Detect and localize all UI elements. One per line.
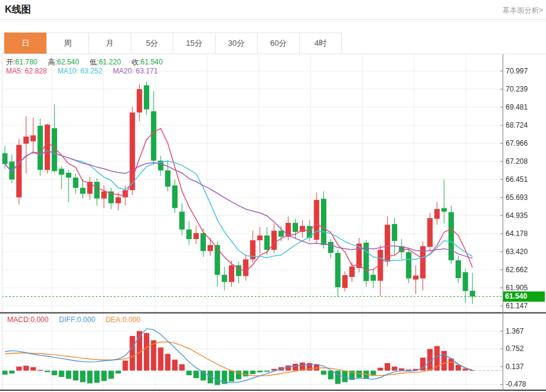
candle (427, 218, 433, 247)
macd-bar (52, 371, 57, 376)
macd-bar (9, 371, 14, 374)
candle (314, 200, 319, 240)
macd-bar (37, 370, 43, 370)
candle (2, 153, 8, 164)
y-axis-label: 65.693 (506, 193, 528, 202)
macd-bar (59, 371, 64, 378)
macd-bar (257, 371, 262, 373)
tab-week[interactable]: 周 (46, 33, 89, 54)
macd-bar (144, 333, 149, 370)
diff-item: DIFF:0.000 (59, 316, 95, 324)
macd-bar (129, 336, 135, 371)
macd-bar (229, 371, 234, 382)
candle (45, 125, 50, 170)
tabbar-bottom-border (0, 54, 546, 54)
ma20-value: 63.171 (135, 67, 158, 75)
y-axis-label: -0.478 (506, 380, 526, 388)
macd-histogram (2, 331, 476, 385)
y-axis-label: 69.481 (506, 103, 528, 111)
period-tab-bar: 日 周 月 5分 15分 30分 60分 4时 (5, 33, 342, 54)
ohlc-low: 低:61.220 (90, 58, 121, 66)
candle (392, 224, 397, 241)
macd-bar (80, 371, 85, 382)
macd-bar (328, 371, 333, 379)
fundamental-analysis-link[interactable]: 基本面分析> (503, 5, 543, 16)
tab-60min[interactable]: 60分 (257, 33, 300, 54)
tab-4hour[interactable]: 4时 (299, 33, 342, 54)
macd-bar (193, 371, 199, 378)
ma20-label: MA20: (113, 67, 135, 75)
ma5-legend: MA5: 62.828 (6, 67, 47, 75)
macd-bar (377, 368, 383, 371)
macd-legend: MACD:0.000 DIFF:0.000 DEA:0.000 (7, 316, 149, 324)
macd-bar (66, 371, 71, 379)
tab-day[interactable]: 日 (4, 33, 47, 54)
dea-value: 0.000 (122, 316, 140, 324)
y-axis-label: 0.137 (506, 362, 524, 371)
candle (151, 111, 157, 161)
ohlc-close: 收:61.540 (131, 58, 163, 66)
y-axis-label: 70.239 (506, 85, 528, 93)
macd-bar (87, 371, 93, 384)
candle (335, 253, 341, 287)
macd-value: 0.000 (31, 316, 49, 324)
y-axis-label: 64.935 (506, 211, 528, 220)
candle (470, 291, 475, 297)
page-title: K线图 (5, 4, 31, 16)
macd-bar (293, 364, 298, 371)
macd-bar (187, 371, 192, 376)
diff-label: DIFF: (59, 316, 77, 324)
candle (200, 233, 206, 251)
candle (321, 199, 326, 245)
macd-bar (215, 371, 220, 385)
high-value: 62.540 (57, 58, 79, 66)
macd-bar (172, 359, 178, 370)
macd-bar (45, 371, 50, 372)
high-label: 高: (48, 58, 57, 66)
open-label: 开: (6, 58, 15, 66)
macd-bar (335, 371, 341, 384)
y-axis-label: 63.420 (506, 247, 528, 256)
candle (80, 188, 85, 194)
macd-label: MACD: (7, 316, 31, 324)
candle (144, 86, 149, 110)
candle (59, 169, 64, 175)
candle (463, 272, 468, 291)
candle (279, 231, 284, 237)
y-axis-label: 67.966 (506, 139, 528, 148)
macd-bar (2, 371, 8, 375)
macd-bar (179, 364, 185, 371)
ma20-legend: MA20: 63.171 (113, 67, 158, 75)
macd-bar (250, 371, 255, 375)
candle (293, 223, 298, 232)
candles (2, 82, 476, 304)
candle (172, 185, 178, 208)
candle (73, 178, 78, 188)
dea-item: DEA:0.000 (105, 316, 140, 324)
tab-15min[interactable]: 15分 (173, 33, 216, 54)
candle (342, 275, 347, 288)
close-label: 收: (131, 58, 140, 66)
y-axis-label: 61.147 (506, 302, 528, 310)
candle (137, 89, 142, 113)
ma5-label: MA5: (6, 67, 25, 75)
candle (31, 135, 36, 142)
macd-bar (158, 347, 163, 370)
tab-5min[interactable]: 5分 (131, 33, 173, 54)
macd-bar (264, 371, 270, 372)
ohlc-high: 高:62.540 (48, 58, 79, 66)
candle (165, 170, 170, 187)
macd-bar (385, 363, 390, 370)
tab-month[interactable]: 月 (88, 33, 131, 54)
candle (208, 245, 213, 251)
ma-legend: MA5: 62.828 MA10: 63.252 MA20: 63.171 (6, 67, 166, 75)
macd-bar (95, 371, 100, 383)
close-value: 61.540 (141, 58, 163, 66)
y-axis-label: 66.451 (506, 175, 528, 184)
candle (23, 137, 29, 144)
tab-30min[interactable]: 30分 (215, 33, 258, 54)
ma5-value: 62.828 (25, 67, 47, 75)
ma10-legend: MA10: 63.252 (57, 67, 102, 75)
chart-borders (0, 54, 546, 390)
candle (406, 252, 411, 279)
